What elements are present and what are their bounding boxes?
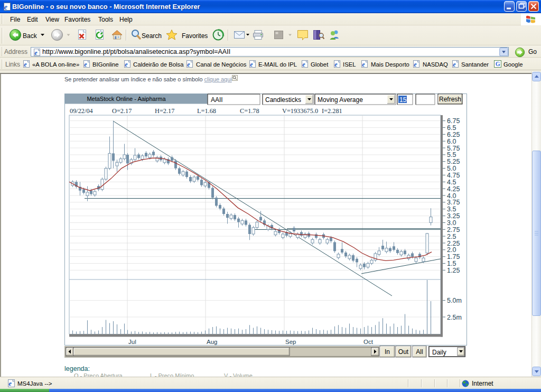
svg-text:6.0: 6.0: [447, 138, 456, 145]
svg-text:e: e: [24, 61, 27, 68]
svg-text:4.5: 4.5: [447, 179, 456, 186]
svg-text:5.0: 5.0: [447, 165, 456, 172]
svg-text:H=2.17: H=2.17: [155, 107, 174, 115]
svg-text:5.75: 5.75: [447, 145, 460, 152]
svg-text:G: G: [496, 61, 500, 67]
svg-text:Daily: Daily: [432, 349, 446, 356]
svg-text:1.25: 1.25: [447, 267, 460, 274]
svg-text:Sep: Sep: [285, 339, 296, 345]
svg-text:e: e: [8, 380, 12, 387]
svg-text:Oct: Oct: [363, 339, 374, 345]
svg-text:3.75: 3.75: [447, 199, 460, 206]
svg-text:4.0: 4.0: [447, 192, 456, 200]
svg-text:1.75: 1.75: [447, 253, 460, 260]
svg-text:2.25: 2.25: [447, 240, 460, 247]
svg-text:e: e: [84, 61, 87, 68]
svg-text:AAII: AAII: [211, 96, 223, 104]
svg-text:15: 15: [399, 96, 407, 104]
svg-text:e: e: [34, 49, 38, 56]
svg-text:L=1.68: L=1.68: [197, 107, 216, 115]
svg-text:2.5m: 2.5m: [447, 314, 462, 321]
svg-text:3.5: 3.5: [447, 206, 456, 213]
svg-text:6.75: 6.75: [447, 117, 460, 125]
svg-text:Candlesticks: Candlesticks: [265, 96, 301, 104]
svg-text:In: In: [385, 348, 390, 356]
svg-text:2.5: 2.5: [447, 233, 456, 240]
svg-text:V=1933675.0: V=1933675.0: [282, 107, 318, 115]
svg-text:e: e: [362, 61, 365, 68]
svg-text:09/22/04: 09/22/04: [70, 107, 93, 115]
svg-text:Out: Out: [398, 348, 409, 356]
svg-text:6.25: 6.25: [447, 131, 460, 138]
svg-text:MetaStock Online - Aaipharma: MetaStock Online - Aaipharma: [87, 96, 166, 102]
svg-text:e: e: [125, 61, 128, 68]
svg-text:e: e: [187, 61, 190, 68]
svg-text:4.25: 4.25: [447, 185, 460, 193]
svg-text:3.25: 3.25: [447, 212, 460, 220]
svg-text:5.25: 5.25: [447, 158, 460, 165]
svg-text:5.5: 5.5: [447, 151, 456, 158]
svg-text:Moving Average: Moving Average: [318, 96, 363, 104]
svg-text:e: e: [250, 61, 253, 68]
svg-text:O=2.17: O=2.17: [112, 107, 132, 115]
svg-text:Jul: Jul: [128, 339, 136, 345]
svg-text:1.5: 1.5: [447, 260, 456, 267]
svg-text:C=1.78: C=1.78: [240, 107, 259, 115]
svg-text:5.0m: 5.0m: [447, 297, 462, 304]
svg-text:e: e: [302, 61, 305, 68]
svg-text:3.0: 3.0: [447, 219, 456, 227]
svg-text:4.75: 4.75: [447, 172, 460, 179]
svg-text:Aug: Aug: [207, 339, 217, 345]
svg-text:e: e: [334, 61, 338, 68]
svg-text:2.75: 2.75: [447, 226, 460, 234]
svg-text:e: e: [414, 61, 417, 68]
svg-text:2.0: 2.0: [447, 246, 456, 254]
svg-text:Refresh: Refresh: [439, 96, 461, 103]
svg-text:I=2.281: I=2.281: [322, 107, 342, 115]
svg-text:All: All: [416, 348, 423, 356]
svg-text:e: e: [4, 3, 7, 11]
svg-text:e: e: [453, 61, 456, 68]
svg-text:6.5: 6.5: [447, 124, 456, 132]
